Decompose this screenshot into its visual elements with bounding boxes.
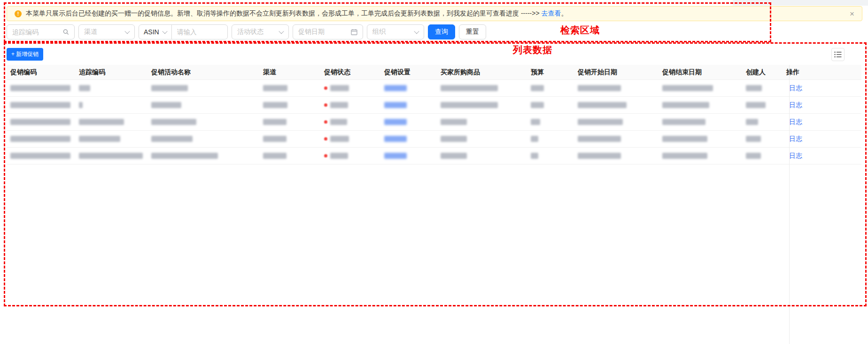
redacted-text — [662, 136, 707, 142]
redacted-link-text[interactable] — [384, 119, 407, 125]
table-cell: 日志 — [783, 97, 861, 113]
redacted-link-text[interactable] — [384, 153, 407, 159]
asin-compound-filter: ASIN — [139, 24, 228, 39]
table-cell — [527, 80, 574, 96]
table-cell — [259, 148, 320, 164]
redacted-text — [531, 119, 540, 125]
column-header: 促销状态 — [320, 65, 380, 79]
redacted-text — [10, 102, 70, 108]
table-cell — [7, 148, 75, 164]
calendar-icon — [351, 29, 357, 35]
status-dot — [324, 137, 327, 141]
asin-type-select[interactable]: ASIN — [139, 25, 172, 39]
redacted-text — [441, 85, 498, 91]
status-dot — [324, 103, 327, 107]
table-cell — [527, 131, 574, 147]
redacted-text — [10, 85, 70, 91]
redacted-text — [531, 153, 538, 159]
table-cell — [527, 114, 574, 130]
redacted-text — [578, 153, 621, 159]
table-cell — [259, 97, 320, 113]
activity-status-select[interactable]: 活动状态 — [232, 24, 289, 39]
redacted-text — [531, 85, 544, 91]
redacted-text — [746, 85, 762, 91]
table-cell — [259, 114, 320, 130]
table-cell — [7, 114, 75, 130]
column-header: 促销设置 — [380, 65, 437, 79]
redacted-text — [151, 119, 196, 125]
redacted-text — [441, 136, 467, 142]
organization-select[interactable]: 组织 — [367, 24, 424, 39]
chevron-down-icon — [162, 29, 167, 34]
column-header: 促销活动名称 — [147, 65, 259, 79]
table-cell — [380, 114, 437, 130]
table-cell — [380, 148, 437, 164]
table-cell — [742, 97, 783, 113]
table-cell: 日志 — [783, 80, 861, 96]
redacted-text — [441, 102, 498, 108]
redacted-text — [746, 136, 761, 142]
column-header: 渠道 — [259, 65, 320, 79]
table-row: 日志 — [7, 97, 861, 114]
table-cell — [527, 148, 574, 164]
chevron-down-icon — [279, 29, 284, 34]
redacted-link-text[interactable] — [384, 102, 407, 108]
go-view-link[interactable]: 去查看 — [541, 9, 561, 17]
table-cell — [437, 80, 527, 96]
table-cell — [380, 97, 437, 113]
table-cell — [75, 131, 147, 147]
table-cell — [437, 114, 527, 130]
promo-date-picker[interactable]: 促销日期 — [293, 24, 363, 39]
redacted-text — [151, 85, 188, 91]
page-background-corner — [733, 0, 868, 6]
status-dot — [324, 120, 327, 124]
redacted-text — [746, 119, 758, 125]
table-row: 日志 — [7, 80, 861, 97]
table-cell — [659, 80, 742, 96]
table-cell — [7, 97, 75, 113]
channel-select[interactable]: 渠道 — [78, 24, 135, 39]
table-cell — [147, 114, 259, 130]
redacted-text — [263, 136, 287, 142]
table-cell — [7, 131, 75, 147]
redacted-text — [330, 136, 349, 142]
redacted-text — [662, 85, 713, 91]
unordered-list-icon — [834, 51, 842, 58]
table-cell — [320, 131, 380, 147]
table-cell — [574, 148, 659, 164]
redacted-text — [79, 102, 83, 108]
table-cell — [659, 114, 742, 130]
search-icon — [63, 29, 69, 35]
column-header: 买家所购商品 — [437, 65, 527, 79]
table-cell — [147, 148, 259, 164]
search-button[interactable]: 查询 — [428, 24, 455, 39]
list-area-annotation-label: 列表数据 — [513, 44, 552, 56]
redacted-link-text[interactable] — [384, 136, 407, 142]
fixed-column-divider — [789, 65, 790, 344]
reset-button[interactable]: 重置 — [459, 24, 486, 39]
column-header: 追踪编码 — [75, 65, 147, 79]
redacted-text — [151, 136, 193, 142]
table-cell: 日志 — [783, 148, 861, 164]
close-icon[interactable]: × — [850, 10, 854, 18]
tracking-code-input[interactable] — [12, 28, 63, 36]
column-header: 创建人 — [742, 65, 783, 79]
redacted-text — [531, 102, 544, 108]
status-dot — [324, 154, 327, 157]
table-cell — [147, 80, 259, 96]
redacted-text — [330, 85, 349, 91]
view-toggle-button[interactable] — [831, 48, 845, 61]
table-cell — [437, 97, 527, 113]
table-cell — [437, 131, 527, 147]
redacted-text — [10, 153, 70, 159]
add-promotion-button[interactable]: + 新增促销 — [7, 48, 43, 61]
redacted-text — [662, 119, 705, 125]
table-cell — [659, 97, 742, 113]
redacted-text — [10, 119, 70, 125]
asin-value-input[interactable] — [177, 28, 222, 36]
table-cell — [742, 114, 783, 130]
redacted-link-text[interactable] — [384, 85, 407, 91]
table-cell — [742, 131, 783, 147]
redacted-text — [330, 119, 347, 125]
table-cell — [320, 148, 380, 164]
